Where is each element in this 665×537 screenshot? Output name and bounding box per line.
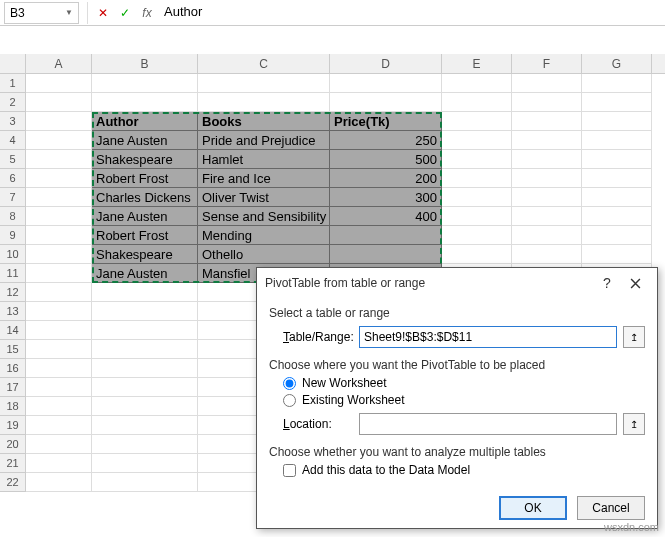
cell[interactable]: Mending [198,226,330,245]
cell[interactable]: 200 [330,169,442,188]
row-header[interactable]: 5 [0,150,26,169]
cell[interactable]: Shakespeare [92,245,198,264]
cell[interactable]: 300 [330,188,442,207]
cell[interactable] [442,112,512,131]
cell[interactable] [26,378,92,397]
cell[interactable] [512,226,582,245]
cell[interactable] [512,74,582,93]
cell[interactable] [582,207,652,226]
cell[interactable] [92,359,198,378]
fx-icon[interactable]: fx [136,2,158,24]
cell[interactable] [582,131,652,150]
cell[interactable] [26,188,92,207]
cell[interactable] [442,207,512,226]
row-header[interactable]: 18 [0,397,26,416]
cell[interactable] [92,435,198,454]
cell[interactable] [512,245,582,264]
cell[interactable] [582,245,652,264]
row-header[interactable]: 1 [0,74,26,93]
cell[interactable] [26,416,92,435]
cell[interactable]: 400 [330,207,442,226]
radio-new-worksheet[interactable]: New Worksheet [283,376,645,390]
row-header[interactable]: 7 [0,188,26,207]
cell[interactable]: 250 [330,131,442,150]
cell[interactable] [92,340,198,359]
cell[interactable] [92,283,198,302]
cell[interactable] [26,169,92,188]
cell[interactable]: Robert Frost [92,169,198,188]
row-header[interactable]: 6 [0,169,26,188]
row-header[interactable]: 11 [0,264,26,283]
cell[interactable] [582,112,652,131]
cell[interactable] [26,321,92,340]
cell[interactable] [26,283,92,302]
cell[interactable] [26,150,92,169]
cell[interactable] [26,74,92,93]
col-header-B[interactable]: B [92,54,198,73]
cell[interactable] [330,226,442,245]
cell[interactable] [198,74,330,93]
cell[interactable] [330,74,442,93]
cell[interactable] [330,245,442,264]
row-header[interactable]: 4 [0,131,26,150]
cell[interactable] [512,150,582,169]
cell[interactable] [442,245,512,264]
cell[interactable]: Jane Austen [92,131,198,150]
cell[interactable] [512,112,582,131]
cell[interactable] [26,264,92,283]
cell[interactable] [92,416,198,435]
radio-existing-worksheet[interactable]: Existing Worksheet [283,393,645,407]
collapse-location-icon[interactable]: ↥ [623,413,645,435]
radio-new-worksheet-input[interactable] [283,377,296,390]
cell[interactable] [26,112,92,131]
cell[interactable] [26,435,92,454]
row-header[interactable]: 2 [0,93,26,112]
cell[interactable] [442,150,512,169]
cell[interactable] [26,454,92,473]
cell[interactable] [512,207,582,226]
cell[interactable]: Price(Tk) [330,112,442,131]
col-header-C[interactable]: C [198,54,330,73]
cell[interactable] [582,74,652,93]
row-header[interactable]: 12 [0,283,26,302]
row-header[interactable]: 19 [0,416,26,435]
row-header[interactable]: 20 [0,435,26,454]
cell[interactable] [92,93,198,112]
cell[interactable] [92,397,198,416]
cell[interactable] [512,188,582,207]
cell[interactable] [26,397,92,416]
cell[interactable] [582,188,652,207]
cell[interactable]: Pride and Prejudice [198,131,330,150]
cell[interactable] [512,131,582,150]
cell[interactable]: Shakespeare [92,150,198,169]
cell[interactable] [26,359,92,378]
row-header[interactable]: 3 [0,112,26,131]
cell[interactable] [442,226,512,245]
cell[interactable] [92,473,198,492]
cell[interactable] [26,473,92,492]
cell[interactable] [442,131,512,150]
row-header[interactable]: 22 [0,473,26,492]
cell[interactable] [442,188,512,207]
cell[interactable] [512,169,582,188]
cell[interactable]: Jane Austen [92,264,198,283]
col-header-G[interactable]: G [582,54,652,73]
chevron-down-icon[interactable]: ▼ [65,8,73,17]
cell[interactable] [442,93,512,112]
cell[interactable] [26,302,92,321]
cell[interactable]: Charles Dickens [92,188,198,207]
cell[interactable] [26,131,92,150]
row-header[interactable]: 15 [0,340,26,359]
ok-button[interactable]: OK [499,496,567,520]
cell[interactable] [198,93,330,112]
cell[interactable] [26,93,92,112]
col-header-A[interactable]: A [26,54,92,73]
formula-input[interactable]: Author [158,2,665,24]
collapse-range-icon[interactable]: ↥ [623,326,645,348]
accept-entry-icon[interactable]: ✓ [114,2,136,24]
cell[interactable]: Fire and Ice [198,169,330,188]
row-header[interactable]: 16 [0,359,26,378]
cell[interactable]: Othello [198,245,330,264]
cell[interactable]: Robert Frost [92,226,198,245]
add-data-model-checkbox[interactable] [283,464,296,477]
